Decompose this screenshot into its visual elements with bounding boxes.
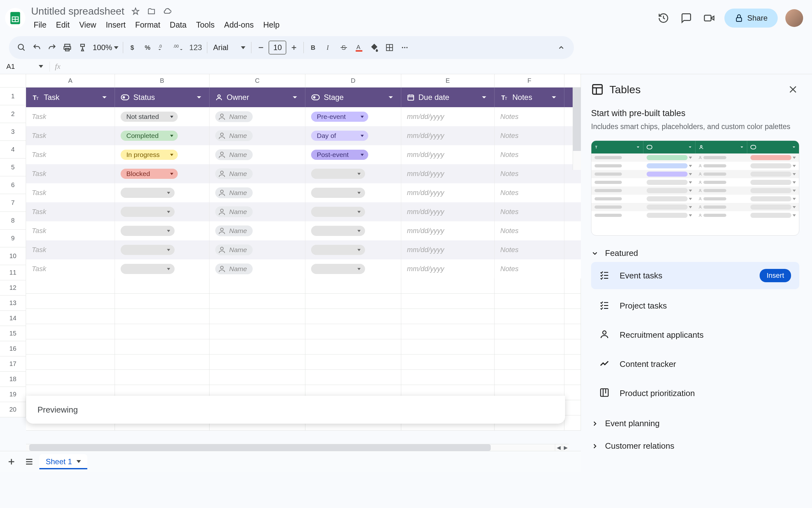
owner-cell[interactable]: Name bbox=[209, 221, 305, 240]
row-header[interactable]: 6 bbox=[0, 176, 26, 194]
status-cell[interactable] bbox=[115, 259, 209, 279]
sheet-tab[interactable]: Sheet 1 bbox=[39, 454, 87, 469]
number-format[interactable]: 123 bbox=[186, 40, 205, 55]
template-recruitment-applicants[interactable]: Recruitment applicants bbox=[591, 322, 799, 347]
task-cell[interactable]: Task bbox=[26, 145, 115, 164]
strikethrough-icon[interactable]: S bbox=[336, 40, 351, 55]
comments-icon[interactable] bbox=[679, 10, 694, 26]
row-header[interactable]: 16 bbox=[0, 341, 26, 356]
cell[interactable] bbox=[305, 339, 401, 354]
insert-button[interactable]: Insert bbox=[760, 269, 791, 282]
row-header[interactable]: 3 bbox=[0, 123, 26, 141]
stage-chip[interactable]: Pre-event bbox=[311, 112, 368, 122]
stage-cell[interactable] bbox=[305, 259, 401, 279]
notes-cell[interactable]: Notes bbox=[495, 221, 565, 240]
owner-cell[interactable]: Name bbox=[209, 126, 305, 145]
decrease-decimal-icon[interactable]: .0 bbox=[156, 40, 171, 55]
due-date-cell[interactable]: mm/dd/yyyy bbox=[401, 126, 495, 145]
currency-icon[interactable]: $ bbox=[125, 40, 140, 55]
stage-chip[interactable]: Day of bbox=[311, 131, 368, 141]
chevron-down-icon[interactable] bbox=[100, 93, 109, 102]
due-date-cell[interactable]: mm/dd/yyyy bbox=[401, 202, 495, 221]
status-cell[interactable] bbox=[115, 221, 209, 240]
status-cell[interactable]: Completed bbox=[115, 126, 209, 145]
menu-edit[interactable]: Edit bbox=[51, 18, 74, 31]
cloud-icon[interactable] bbox=[162, 7, 172, 16]
cell[interactable] bbox=[209, 309, 305, 324]
featured-section[interactable]: Featured bbox=[591, 248, 799, 258]
due-date-cell[interactable]: mm/dd/yyyy bbox=[401, 107, 495, 126]
row-header[interactable]: 1 bbox=[0, 87, 26, 105]
collapsed-section-customer-relations[interactable]: Customer relations bbox=[591, 441, 799, 451]
table-header-notes[interactable]: TTNotes bbox=[495, 87, 565, 107]
status-chip-empty[interactable] bbox=[121, 188, 175, 198]
status-cell[interactable] bbox=[115, 183, 209, 202]
cell[interactable] bbox=[401, 354, 495, 370]
notes-cell[interactable]: Notes bbox=[495, 202, 565, 221]
share-button[interactable]: Share bbox=[724, 8, 778, 28]
stage-cell[interactable]: Pre-event bbox=[305, 107, 401, 126]
meet-icon[interactable] bbox=[701, 10, 717, 26]
cell[interactable] bbox=[115, 354, 209, 370]
zoom-select[interactable]: 100% bbox=[90, 43, 121, 52]
decrease-font-icon[interactable] bbox=[253, 40, 269, 55]
col-header[interactable]: E bbox=[401, 74, 495, 87]
task-cell[interactable]: Task bbox=[26, 221, 115, 240]
cell[interactable] bbox=[401, 324, 495, 339]
template-product-prioritization[interactable]: Product prioritization bbox=[591, 381, 799, 406]
owner-cell[interactable]: Name bbox=[209, 145, 305, 164]
notes-cell[interactable]: Notes bbox=[495, 145, 565, 164]
stage-chip-empty[interactable] bbox=[311, 207, 365, 217]
task-cell[interactable]: Task bbox=[26, 164, 115, 183]
cell[interactable] bbox=[495, 339, 565, 354]
owner-cell[interactable]: Name bbox=[209, 183, 305, 202]
task-cell[interactable]: Task bbox=[26, 259, 115, 279]
col-header[interactable]: A bbox=[26, 74, 115, 87]
stage-cell[interactable] bbox=[305, 240, 401, 259]
row-header[interactable]: 15 bbox=[0, 326, 26, 341]
row-header[interactable]: 17 bbox=[0, 356, 26, 372]
row-header[interactable]: 9 bbox=[0, 229, 26, 247]
cell[interactable] bbox=[495, 324, 565, 339]
owner-chip[interactable]: Name bbox=[215, 111, 253, 122]
cell[interactable] bbox=[115, 279, 209, 294]
stage-cell[interactable]: Post-event bbox=[305, 145, 401, 164]
status-chip[interactable]: Blocked bbox=[121, 169, 178, 179]
row-header[interactable]: 18 bbox=[0, 372, 26, 387]
status-chip-empty[interactable] bbox=[121, 207, 175, 217]
stage-cell[interactable] bbox=[305, 164, 401, 183]
notes-cell[interactable]: Notes bbox=[495, 126, 565, 145]
star-icon[interactable] bbox=[131, 7, 140, 16]
status-cell[interactable]: Blocked bbox=[115, 164, 209, 183]
row-header[interactable]: 8 bbox=[0, 212, 26, 229]
row-header[interactable]: 10 bbox=[0, 247, 26, 265]
more-icon[interactable] bbox=[397, 40, 412, 55]
cell[interactable] bbox=[495, 279, 565, 294]
col-header[interactable]: C bbox=[209, 74, 305, 87]
cell[interactable] bbox=[26, 354, 115, 370]
row-header[interactable]: 4 bbox=[0, 141, 26, 159]
template-event-tasks[interactable]: Event tasksInsert bbox=[591, 262, 799, 289]
cell[interactable] bbox=[401, 294, 495, 309]
stage-chip-empty[interactable] bbox=[311, 226, 365, 236]
owner-chip[interactable]: Name bbox=[215, 187, 253, 198]
owner-chip[interactable]: Name bbox=[215, 130, 253, 141]
menu-insert[interactable]: Insert bbox=[101, 18, 130, 31]
cell[interactable] bbox=[26, 279, 115, 294]
cell[interactable] bbox=[401, 370, 495, 385]
owner-cell[interactable]: Name bbox=[209, 164, 305, 183]
cell[interactable] bbox=[209, 279, 305, 294]
due-date-cell[interactable]: mm/dd/yyyy bbox=[401, 240, 495, 259]
notes-cell[interactable]: Notes bbox=[495, 183, 565, 202]
sheets-logo[interactable] bbox=[5, 8, 26, 28]
chevron-down-icon[interactable] bbox=[386, 93, 395, 102]
owner-chip[interactable]: Name bbox=[215, 245, 253, 255]
task-cell[interactable]: Task bbox=[26, 202, 115, 221]
notes-cell[interactable]: Notes bbox=[495, 259, 565, 279]
cell[interactable] bbox=[305, 294, 401, 309]
stage-chip[interactable]: Post-event bbox=[311, 150, 368, 160]
notes-cell[interactable]: Notes bbox=[495, 240, 565, 259]
menu-format[interactable]: Format bbox=[131, 18, 165, 31]
cell[interactable] bbox=[115, 294, 209, 309]
stage-chip-empty[interactable] bbox=[311, 245, 365, 255]
